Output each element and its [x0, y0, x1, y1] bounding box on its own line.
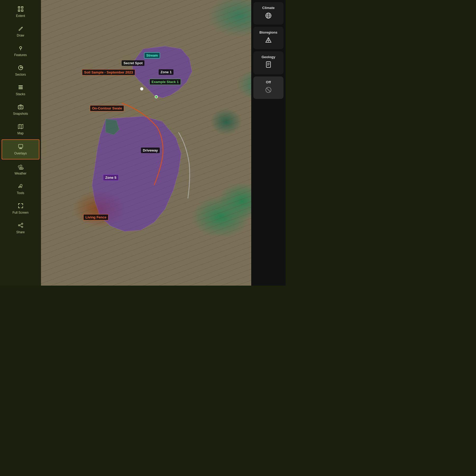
svg-line-24	[266, 88, 271, 92]
svg-rect-8	[19, 87, 23, 88]
svg-rect-22	[266, 62, 271, 67]
sidebar-item-stacks-label: Stacks	[16, 92, 25, 96]
sidebar-item-snapshots[interactable]: Snapshots	[2, 100, 39, 119]
terrain-texture	[41, 0, 251, 286]
off-icon	[265, 86, 272, 95]
svg-point-6	[20, 67, 21, 68]
sidebar-item-tools-label: Tools	[17, 191, 24, 195]
sidebar-item-tools[interactable]: Tools	[2, 180, 39, 199]
label-soil-sample: Soil Sample - September 2023	[82, 69, 135, 75]
panel-card-off[interactable]: Off	[253, 76, 283, 99]
label-zone5: Zone 5	[103, 175, 118, 181]
stacks-icon	[18, 84, 24, 91]
sidebar-item-share[interactable]: Share	[2, 219, 39, 238]
sidebar-item-snapshots-label: Snapshots	[13, 112, 28, 116]
features-icon	[18, 45, 24, 52]
sidebar-item-map[interactable]: Map	[2, 120, 39, 139]
svg-point-11	[20, 106, 21, 108]
map-icon	[18, 123, 24, 130]
bioregions-icon	[265, 36, 272, 45]
snapshots-icon	[18, 104, 24, 111]
svg-rect-2	[18, 10, 20, 11]
fullscreen-icon	[18, 203, 24, 209]
tools-icon	[18, 183, 24, 190]
geology-icon	[265, 61, 272, 71]
label-stream: Stream	[144, 52, 160, 58]
svg-point-14	[21, 223, 23, 225]
sidebar-item-fullscreen-label: Full Screen	[12, 211, 29, 214]
panel-card-bioregions[interactable]: Bioregions	[253, 27, 283, 49]
geology-label: Geology	[262, 55, 275, 59]
svg-point-4	[20, 47, 22, 49]
sidebar-item-overlays[interactable]: Overlays	[2, 139, 39, 159]
svg-point-13	[20, 165, 22, 167]
right-panel: Climate Bioregions Geology	[251, 0, 286, 286]
sidebar-item-features-label: Features	[14, 53, 27, 57]
sidebar-item-share-label: Share	[16, 230, 25, 234]
sidebar-item-weather-label: Weather	[15, 172, 26, 175]
label-on-contour-swale: On-Contour Swale	[90, 105, 124, 111]
sectors-icon	[18, 65, 24, 71]
label-example-stack: Example Stack 1	[149, 79, 181, 85]
label-living-fence: Living Fence	[83, 214, 108, 220]
bioregions-label: Bioregions	[259, 30, 277, 34]
label-secret-spot: Secret Spot	[122, 60, 144, 66]
sidebar: Extent Draw Features	[0, 0, 41, 286]
svg-rect-12	[19, 144, 23, 148]
share-icon	[18, 222, 24, 229]
draw-icon	[18, 26, 24, 32]
map-area[interactable]: Stream Secret Spot Soil Sample - Septemb…	[41, 0, 251, 286]
svg-rect-7	[19, 85, 23, 86]
svg-point-15	[18, 225, 20, 226]
sidebar-item-draw[interactable]: Draw	[2, 22, 39, 41]
sidebar-item-overlays-label: Overlays	[14, 152, 27, 155]
svg-rect-1	[21, 7, 23, 8]
extent-icon	[18, 6, 24, 13]
sidebar-item-weather[interactable]: Weather	[2, 160, 39, 179]
svg-point-16	[21, 226, 23, 228]
overlays-icon	[18, 144, 24, 150]
sidebar-item-extent-label: Extent	[16, 14, 25, 18]
marker-soil-sample	[140, 87, 143, 90]
label-driveway: Driveway	[141, 148, 160, 153]
svg-rect-0	[18, 7, 20, 8]
panel-card-climate[interactable]: Climate	[253, 2, 283, 25]
marker-example-stack	[155, 95, 158, 98]
off-label: Off	[266, 80, 271, 84]
label-zone1: Zone 1	[159, 69, 173, 75]
sidebar-item-sectors-label: Sectors	[15, 73, 26, 76]
sidebar-item-sectors[interactable]: Sectors	[2, 61, 39, 80]
climate-icon	[265, 12, 272, 21]
climate-label: Climate	[262, 6, 275, 10]
svg-rect-9	[19, 88, 23, 89]
svg-rect-3	[21, 10, 23, 11]
panel-card-geology[interactable]: Geology	[253, 51, 283, 74]
sidebar-item-stacks[interactable]: Stacks	[2, 81, 39, 100]
sidebar-item-map-label: Map	[17, 131, 24, 135]
sidebar-item-features[interactable]: Features	[2, 42, 39, 61]
weather-icon	[18, 164, 24, 170]
sidebar-item-draw-label: Draw	[17, 34, 24, 37]
sidebar-item-extent[interactable]: Extent	[2, 2, 39, 21]
sidebar-item-fullscreen[interactable]: Full Screen	[2, 199, 39, 218]
